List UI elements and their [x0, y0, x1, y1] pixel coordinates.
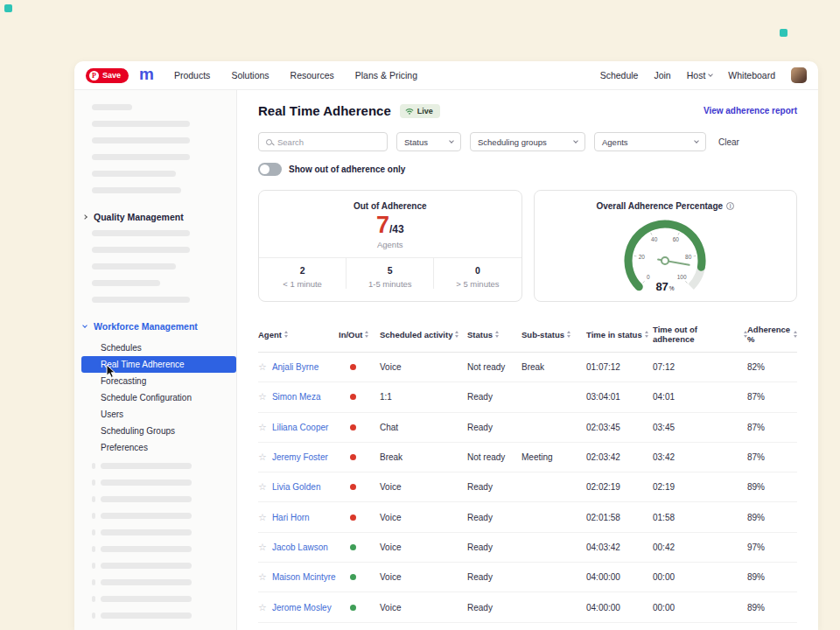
column-header-in-out[interactable]: In/Out [339, 330, 380, 340]
inout-status-dot [350, 364, 356, 370]
sidebar-item-forecasting[interactable]: Forecasting [74, 373, 236, 389]
nav-join[interactable]: Join [654, 70, 670, 80]
status-cell: Ready [467, 572, 522, 582]
inout-cell [339, 423, 380, 432]
agent-name-link[interactable]: Livia Golden [272, 482, 321, 492]
sidebar-item-schedules[interactable]: Schedules [74, 340, 236, 356]
sidebar-item-workforce-management[interactable]: Workforce Management [74, 313, 236, 340]
nav-plans-pricing[interactable]: Plans & Pricing [355, 70, 417, 80]
agent-name-link[interactable]: Jeremy Foster [272, 452, 328, 462]
column-header-adherence-[interactable]: Adherence % [747, 325, 797, 344]
skeleton-group [74, 463, 236, 619]
time-out-of-adherence-cell: 03:45 [653, 423, 747, 432]
favorite-star-icon[interactable]: ☆ [258, 452, 267, 462]
nav-schedule[interactable]: Schedule [600, 70, 639, 80]
skeleton-bar [92, 263, 176, 270]
column-header-status[interactable]: Status [467, 330, 522, 340]
favorite-star-icon[interactable]: ☆ [258, 422, 267, 432]
status-cell: Not ready [467, 452, 522, 462]
view-adherence-report-link[interactable]: View adherence report [704, 106, 797, 116]
chevron-down-icon [694, 138, 699, 144]
table-row: ☆Jacob LawsonVoiceReady04:03:4200:4297% [258, 533, 797, 563]
gauge-tick-40: 40 [651, 236, 658, 242]
clear-filters-button[interactable]: Clear [718, 137, 739, 147]
agent-name-link[interactable]: Jacob Lawson [272, 542, 328, 552]
favorite-star-icon[interactable]: ☆ [258, 481, 267, 492]
sort-icon [794, 331, 797, 338]
main-content: Real Time Adherence Live View adherence … [237, 90, 818, 630]
skeleton-bar [92, 230, 190, 236]
table-row: ☆Anjali ByrneVoiceNot readyBreak01:07:12… [258, 353, 797, 382]
filter-bar: Status Scheduling groups Agents Clear [258, 132, 797, 151]
agent-name-link[interactable]: Hari Horn [272, 513, 310, 522]
agent-name-link[interactable]: Simon Meza [272, 392, 321, 402]
agent-name-link[interactable]: Jerome Mosley [272, 603, 332, 612]
nav-host-label: Host [687, 70, 706, 80]
inout-status-dot [350, 605, 356, 611]
column-header-agent[interactable]: Agent [258, 330, 339, 340]
nav-host[interactable]: Host [687, 70, 713, 80]
scheduled-activity-cell: Voice [380, 513, 467, 522]
agent-name-link[interactable]: Liliana Cooper [272, 423, 329, 432]
agent-name-link[interactable]: Anjali Byrne [272, 362, 318, 372]
agent-cell: ☆Hari Horn [258, 512, 339, 523]
sidebar-item-real-time-adherence[interactable]: Real Time Adherence [81, 356, 236, 373]
agent-table-body: ☆Anjali ByrneVoiceNot readyBreak01:07:12… [258, 353, 797, 630]
agents-dropdown[interactable]: Agents [594, 132, 706, 151]
sidebar: Quality Management Workforce Management … [74, 90, 237, 630]
skeleton-row [92, 546, 236, 552]
adherence-cell: 82% [747, 362, 797, 372]
sidebar-item-quality-management[interactable]: Quality Management [74, 204, 236, 230]
inout-cell [339, 362, 380, 372]
status-dropdown[interactable]: Status [396, 132, 461, 151]
inout-cell [339, 392, 380, 402]
info-icon[interactable]: i [726, 202, 734, 210]
gauge-tick-80: 80 [685, 254, 692, 260]
favorite-star-icon[interactable]: ☆ [258, 361, 267, 372]
agents-total: /43 [389, 223, 404, 235]
secondary-nav: Schedule Join Host Whiteboard [600, 67, 807, 83]
gauge-tick-100: 100 [677, 274, 687, 280]
nav-products[interactable]: Products [174, 70, 210, 80]
breakdown-under-1-minute: 2 < 1 minute [259, 258, 346, 289]
favorite-star-icon[interactable]: ☆ [258, 391, 267, 402]
column-header-scheduled-activity[interactable]: Scheduled activity [380, 330, 467, 340]
user-avatar[interactable] [791, 67, 807, 83]
time-out-of-adherence-cell: 04:01 [653, 392, 747, 402]
column-header-time-out-of-adherence[interactable]: Time out of adherence [653, 325, 747, 344]
scheduled-activity-cell: Voice [380, 542, 467, 552]
column-header-sub-status[interactable]: Sub-status [522, 330, 586, 340]
scheduled-activity-cell: Voice [380, 482, 467, 492]
skeleton-row [92, 463, 236, 469]
agent-table-header: AgentIn/OutScheduled activityStatusSub-s… [258, 316, 797, 353]
table-row: ☆Simon Meza1:1Ready03:04:0104:0187% [258, 382, 797, 412]
miro-logo[interactable]: m [139, 66, 153, 82]
sidebar-item-scheduling-groups[interactable]: Scheduling Groups [74, 423, 236, 439]
sidebar-item-schedule-configuration[interactable]: Schedule Configuration [74, 389, 236, 406]
breakdown-over-5-minutes: 0 > 5 minutes [433, 258, 521, 289]
pinterest-icon: P [89, 71, 99, 80]
nav-resources[interactable]: Resources [290, 70, 334, 80]
scheduling-groups-dropdown[interactable]: Scheduling groups [470, 132, 585, 151]
chevron-down-icon [449, 138, 454, 144]
collaborator-cursor-dot [780, 29, 788, 37]
out-of-adherence-toggle[interactable] [258, 163, 282, 176]
favorite-star-icon[interactable]: ☆ [258, 602, 267, 612]
sidebar-item-users[interactable]: Users [74, 406, 236, 423]
status-cell: Ready [467, 392, 522, 402]
nav-whiteboard[interactable]: Whiteboard [728, 70, 775, 80]
workforce-management-label: Workforce Management [94, 321, 198, 332]
adherence-cell: 87% [747, 452, 797, 462]
agent-name-link[interactable]: Maison Mcintyre [272, 572, 336, 582]
search-input[interactable] [277, 137, 380, 147]
sort-icon [567, 331, 570, 338]
nav-solutions[interactable]: Solutions [231, 70, 269, 80]
table-row: ☆Maison McintyreVoiceReady04:00:0000:008… [258, 563, 797, 592]
skeleton-row [92, 529, 236, 536]
favorite-star-icon[interactable]: ☆ [258, 542, 267, 552]
favorite-star-icon[interactable]: ☆ [258, 512, 267, 522]
favorite-star-icon[interactable]: ☆ [258, 571, 267, 582]
sidebar-item-preferences[interactable]: Preferences [74, 439, 236, 456]
column-header-time-in-status[interactable]: Time in status [586, 330, 653, 340]
pinterest-save-button[interactable]: P Save [86, 68, 129, 83]
